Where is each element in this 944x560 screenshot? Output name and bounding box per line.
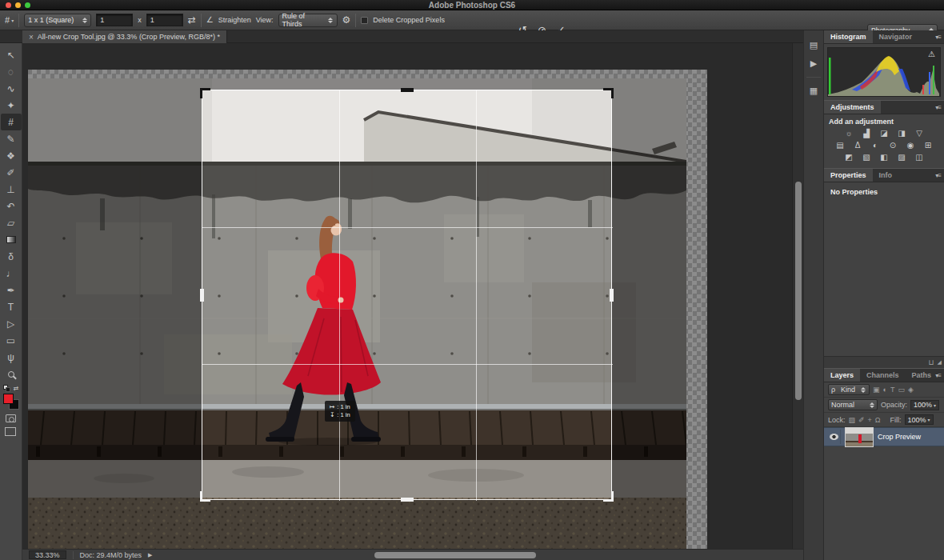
layer-thumbnail[interactable]	[845, 427, 874, 447]
fill-field[interactable]: 100% ▾	[905, 414, 934, 425]
history-panel-icon[interactable]: ▤	[810, 40, 818, 50]
crop-handle-bottom-right[interactable]	[603, 491, 614, 502]
ratio-width-input[interactable]	[96, 14, 133, 26]
selective-color-icon[interactable]: ◫	[914, 153, 925, 162]
history-brush-tool[interactable]: ↶	[1, 198, 22, 214]
brightness-contrast-icon[interactable]: ☼	[844, 129, 854, 138]
layer-visibility-eye-icon[interactable]	[830, 434, 838, 440]
tab-navigator[interactable]: Navigator	[873, 30, 919, 43]
gradient-map-icon[interactable]: ▨	[897, 153, 907, 162]
tab-paths[interactable]: Paths	[906, 369, 938, 382]
foreground-color-swatch[interactable]	[3, 394, 14, 404]
hue-saturation-icon[interactable]: ▤	[835, 141, 846, 150]
crop-handle-left[interactable]	[200, 289, 204, 302]
filter-smart-objects-icon[interactable]: ◈	[908, 386, 914, 394]
panel-menu-icon[interactable]: ▾≡	[935, 34, 941, 41]
levels-icon[interactable]: ▟	[862, 129, 872, 138]
crop-tool[interactable]: #	[1, 114, 22, 130]
gradient-tool[interactable]	[1, 231, 22, 248]
blur-tool[interactable]: δ	[1, 248, 22, 265]
status-flyout-icon[interactable]: ▶	[148, 552, 152, 558]
threshold-icon[interactable]: ◧	[879, 153, 890, 162]
posterize-icon[interactable]: ▧	[862, 153, 872, 162]
crop-bounding-box[interactable]	[202, 90, 612, 500]
panel-menu-icon[interactable]: ▾≡	[935, 104, 941, 111]
straighten-button[interactable]: Straighten	[218, 16, 251, 24]
healing-brush-tool[interactable]: ❖	[1, 147, 22, 164]
zoom-window-button[interactable]	[25, 2, 30, 8]
brush-tool[interactable]: ✐	[1, 164, 22, 181]
document-canvas[interactable]: ↦ : 1 in ↧ : 1 in	[22, 43, 792, 549]
zoom-level-field[interactable]: 33.33%	[29, 550, 66, 559]
eyedropper-tool[interactable]: ✎	[1, 130, 22, 147]
color-lookup-icon[interactable]: ⊞	[923, 141, 934, 150]
black-white-icon[interactable]: ◐	[870, 141, 881, 150]
panel-menu-icon[interactable]: ▾≡	[935, 372, 941, 379]
panel-menu-icon[interactable]: ▾≡	[935, 172, 941, 179]
crop-handle-bottom[interactable]	[401, 498, 414, 502]
crop-settings-gear-icon[interactable]: ⚙	[342, 15, 351, 25]
photo-filter-icon[interactable]: ⊙	[888, 141, 898, 150]
tab-channels[interactable]: Channels	[860, 369, 906, 382]
filter-shape-layers-icon[interactable]: ▭	[898, 386, 905, 394]
trash-icon[interactable]: ⊔	[929, 358, 934, 366]
exposure-icon[interactable]: ◨	[897, 129, 907, 138]
layer-row-crop-preview[interactable]: Crop Preview	[824, 427, 944, 446]
crop-handle-top-left[interactable]	[200, 88, 210, 98]
lasso-tool[interactable]: ∿	[1, 80, 22, 97]
invert-icon[interactable]: ◩	[844, 153, 854, 162]
close-document-icon[interactable]: ×	[29, 33, 34, 42]
move-tool[interactable]: ↖	[1, 46, 22, 63]
minimize-window-button[interactable]	[15, 2, 21, 8]
delete-cropped-pixels-checkbox[interactable]	[361, 17, 368, 24]
vibrance-icon[interactable]: ▽	[914, 129, 925, 138]
color-balance-icon[interactable]: Δ	[853, 141, 863, 150]
pen-tool[interactable]: ✒	[1, 282, 22, 298]
actions-panel-icon[interactable]: ▶	[810, 58, 817, 69]
clone-source-panel-icon[interactable]: ▦	[810, 86, 818, 96]
channel-mixer-icon[interactable]: ◉	[906, 141, 916, 150]
tab-info[interactable]: Info	[873, 169, 899, 182]
crop-handle-right[interactable]	[610, 289, 614, 302]
lock-pixels-icon[interactable]: ✐	[858, 416, 865, 424]
clone-stamp-tool[interactable]: ⊥	[1, 181, 22, 198]
overlay-view-select[interactable]: Rule of Thirds	[278, 14, 338, 27]
filter-type-layers-icon[interactable]: T	[890, 386, 895, 394]
histogram-warning-icon[interactable]: ⚠	[928, 50, 935, 58]
resize-grip-icon[interactable]: ◢	[938, 359, 942, 366]
filter-pixel-layers-icon[interactable]: ▣	[873, 386, 880, 394]
quick-mask-mode-button[interactable]	[6, 414, 16, 422]
quick-selection-tool[interactable]: ✦	[1, 97, 22, 114]
filter-adjustment-layers-icon[interactable]: ◐	[883, 386, 887, 394]
tab-properties[interactable]: Properties	[824, 169, 873, 182]
marquee-tool[interactable]: ◌	[1, 63, 22, 80]
dodge-tool[interactable]: ♩	[1, 265, 22, 282]
shape-tool[interactable]: ▭	[1, 332, 22, 349]
straighten-icon[interactable]: ∠	[206, 16, 214, 24]
aspect-ratio-select[interactable]: 1 x 1 (Square)	[24, 14, 91, 27]
hand-tool[interactable]: ψ	[1, 349, 22, 366]
layer-filter-select[interactable]: ρ Kind	[828, 384, 870, 395]
document-tab[interactable]: × All-new Crop Tool.jpg @ 33.3% (Crop Pr…	[22, 30, 227, 43]
path-selection-tool[interactable]: ▷	[1, 315, 22, 332]
lock-transparent-icon[interactable]: ▨	[849, 416, 856, 424]
ratio-height-input[interactable]	[146, 14, 183, 26]
lock-all-icon[interactable]: Ω	[875, 416, 881, 424]
eraser-tool[interactable]: ▱	[1, 214, 22, 231]
tab-histogram[interactable]: Histogram	[824, 30, 873, 43]
default-colors-icon[interactable]	[3, 385, 10, 392]
blend-mode-select[interactable]: Normal	[828, 399, 878, 410]
crop-handle-bottom-left[interactable]	[200, 491, 210, 502]
screen-mode-button[interactable]	[6, 429, 16, 436]
lock-position-icon[interactable]: +	[868, 416, 872, 424]
zoom-tool[interactable]	[1, 366, 22, 382]
crop-handle-top[interactable]	[401, 88, 414, 92]
type-tool[interactable]: T	[1, 298, 22, 315]
tab-layers[interactable]: Layers	[824, 369, 860, 382]
vertical-scrollbar-thumb[interactable]	[795, 182, 802, 400]
tab-adjustments[interactable]: Adjustments	[824, 101, 881, 114]
swap-dimensions-icon[interactable]: ⇄	[188, 15, 196, 25]
crop-handle-top-right[interactable]	[603, 88, 614, 98]
crop-tool-preset-badge[interactable]: # ▾	[5, 15, 14, 25]
vertical-scrollbar[interactable]	[792, 43, 803, 549]
